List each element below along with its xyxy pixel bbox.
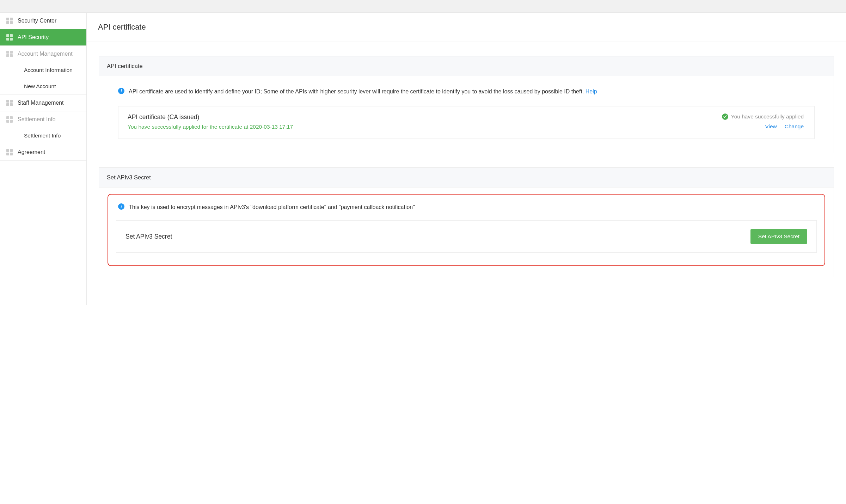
sidebar-item-security-center[interactable]: Security Center [0,13,86,29]
certificate-card-title: API certificate (CA issued) [128,113,293,121]
info-text-content: API certificate are used to identify and… [129,88,586,94]
sidebar-item-account-information[interactable]: Account Information [0,62,86,78]
panel-header: Set APIv3 Secret [99,168,834,188]
grid-icon [6,100,13,106]
sidebar-item-label: Account Information [24,67,73,73]
check-icon [722,113,728,120]
certificate-info-text: API certificate are used to identify and… [129,87,597,96]
sidebar-item-label: Account Management [18,51,73,57]
set-apiv3-secret-button[interactable]: Set APIv3 Secret [750,229,807,244]
info-icon: i [118,88,124,94]
sidebar-item-label: New Account [24,83,56,90]
certificate-status-text: You have successfully applied for the ce… [128,124,293,130]
change-link[interactable]: Change [785,123,804,130]
sidebar: Security Center API Security Account Man… [0,13,87,305]
api-certificate-panel: API certificate i API certificate are us… [99,56,834,153]
secret-card: Set APIv3 Secret Set APIv3 Secret [116,220,817,253]
grid-icon [6,18,13,24]
sidebar-item-api-security[interactable]: API Security [0,29,86,45]
highlight-box: i This key is used to encrypt messages i… [108,194,825,266]
grid-icon [6,149,13,155]
secret-card-title: Set APIv3 Secret [125,233,172,240]
apiv3-secret-panel: Set APIv3 Secret i This key is used to e… [99,167,834,277]
info-icon: i [118,203,124,210]
top-bar [0,0,846,13]
applied-status: You have successfully applied [722,113,804,120]
sidebar-item-label: Staff Management [18,100,63,106]
sidebar-item-agreement[interactable]: Agreement [0,144,86,160]
sidebar-item-label: Security Center [18,18,56,24]
grid-icon [6,51,13,57]
page-title: API certificate [87,13,846,42]
sidebar-item-settlement-info[interactable]: Settlement Info [0,128,86,144]
sidebar-item-label: API Security [18,34,49,41]
certificate-card: API certificate (CA issued) You have suc… [118,106,815,139]
view-link[interactable]: View [765,123,777,130]
applied-label: You have successfully applied [731,113,804,120]
panel-header: API certificate [99,56,834,76]
sidebar-item-new-account[interactable]: New Account [0,78,86,94]
main-content: API certificate API certificate i API ce… [87,13,846,305]
sidebar-item-staff-management[interactable]: Staff Management [0,95,86,111]
secret-info-text: This key is used to encrypt messages in … [129,202,415,212]
sidebar-item-label: Settlement Info [24,133,61,139]
grid-icon [6,116,13,123]
grid-icon [6,34,13,41]
help-link[interactable]: Help [586,88,597,94]
sidebar-heading-account-management: Account Management [0,46,86,62]
sidebar-item-label: Settlement Info [18,116,56,123]
sidebar-heading-settlement-info: Settlement Info [0,111,86,128]
sidebar-item-label: Agreement [18,149,45,155]
